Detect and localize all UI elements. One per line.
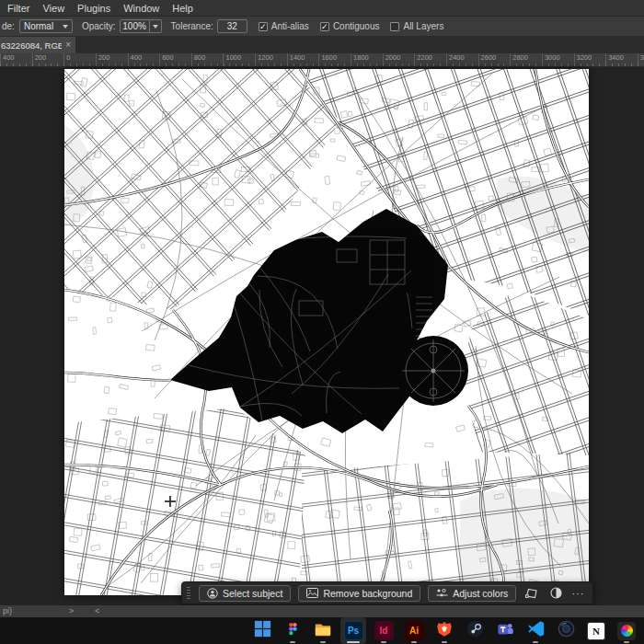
menu-view[interactable]: View xyxy=(36,0,71,17)
anti-alias-checkbox[interactable]: ✓ Anti-alias xyxy=(259,21,309,31)
checkbox-box: ✓ xyxy=(320,22,329,31)
adjust-colors-label: Adjust colors xyxy=(453,588,508,599)
contextual-task-bar: Select subject Remove background Adjust … xyxy=(181,581,593,604)
vscode-icon xyxy=(527,620,545,641)
menu-bar: Filter View Plugins Window Help xyxy=(0,0,644,17)
taskbar-figma[interactable] xyxy=(280,617,305,644)
ruler-tick: 600 xyxy=(159,53,191,66)
ruler-tick: 2200 xyxy=(414,53,446,66)
taskbar-notion[interactable]: N xyxy=(583,617,609,644)
windows-logo-icon xyxy=(254,620,271,641)
document-canvas[interactable] xyxy=(64,69,589,595)
taskbar-file-explorer[interactable] xyxy=(310,617,336,644)
canvas-area: Select subject Remove background Adjust … xyxy=(0,68,644,605)
camera-lens-icon xyxy=(558,620,575,641)
chevron-down-icon xyxy=(63,25,68,29)
opacity-dropdown-button[interactable] xyxy=(150,19,162,33)
steam-icon xyxy=(466,620,484,641)
ruler-tick: 3200 xyxy=(574,53,606,66)
menu-window[interactable]: Window xyxy=(117,0,166,17)
photoshop-icon: Ps xyxy=(344,621,363,640)
illustrator-icon: Ai xyxy=(405,621,424,640)
tolerance-value: 32 xyxy=(227,21,237,31)
checkbox-box: ✓ xyxy=(259,22,268,31)
taskbar-indesign[interactable]: Id xyxy=(371,617,397,644)
opacity-input[interactable]: 100% xyxy=(120,19,150,33)
checkbox-box xyxy=(390,22,399,31)
transform-icon[interactable] xyxy=(523,585,540,602)
select-subject-label: Select subject xyxy=(223,588,282,599)
chevron-right-icon[interactable]: > xyxy=(69,606,74,615)
status-bar: pi) > < xyxy=(0,605,644,617)
remove-background-button[interactable]: Remove background xyxy=(298,585,420,602)
taskbar-illustrator[interactable]: Ai xyxy=(401,617,427,644)
taskbar-vscode[interactable] xyxy=(523,617,548,644)
drag-handle-icon[interactable] xyxy=(187,587,190,600)
ruler-tick: 200 xyxy=(96,53,128,66)
person-icon xyxy=(207,588,218,599)
menu-plugins[interactable]: Plugins xyxy=(71,0,117,17)
document-title: 63226084, RGB/8) * xyxy=(1,40,62,51)
taskbar-creative-cloud[interactable] xyxy=(614,617,639,644)
taskbar-camera-lens-app[interactable] xyxy=(553,617,579,644)
image-icon xyxy=(306,588,318,598)
start-button[interactable] xyxy=(249,617,275,644)
ruler-tick: 0 xyxy=(63,53,96,66)
chevron-left-icon[interactable]: < xyxy=(95,606,99,615)
close-icon[interactable]: × xyxy=(65,37,71,53)
blend-mode-select[interactable]: Normal xyxy=(19,19,73,33)
ruler-tick: 1400 xyxy=(287,53,319,66)
creative-cloud-icon xyxy=(617,622,636,640)
mode-label: de: xyxy=(2,21,15,31)
ruler-tick: 3400 xyxy=(605,53,638,66)
menu-help[interactable]: Help xyxy=(166,0,200,17)
ruler-tick: 2000 xyxy=(383,53,415,66)
chevron-down-icon xyxy=(153,25,158,29)
figma-icon xyxy=(284,621,301,641)
ruler-tick: 400 xyxy=(0,53,32,66)
ruler-tick: 3000 xyxy=(542,53,574,66)
ruler-tick: 1600 xyxy=(318,53,351,66)
ruler-tick: 2800 xyxy=(510,53,542,66)
ruler-tick: 2600 xyxy=(478,53,511,66)
brave-icon xyxy=(436,620,453,641)
taskbar-photoshop[interactable]: Ps xyxy=(340,617,366,644)
blend-mode-value: Normal xyxy=(24,21,53,31)
folder-icon xyxy=(314,620,332,642)
document-tab[interactable]: 63226084, RGB/8) * × xyxy=(0,37,75,53)
ruler-tick: 3600 xyxy=(638,53,644,66)
menu-filter[interactable]: Filter xyxy=(1,0,36,17)
photoshop-window: Filter View Plugins Window Help de: Norm… xyxy=(0,0,644,644)
notion-icon: N xyxy=(587,622,605,640)
indesign-icon: Id xyxy=(374,621,394,640)
contrast-icon[interactable] xyxy=(547,585,564,602)
windows-taskbar: Ps Id Ai xyxy=(0,617,644,644)
ruler-tick: 400 xyxy=(128,53,160,66)
status-text: pi) xyxy=(3,606,12,615)
checkbox-label: Contiguous xyxy=(333,21,380,31)
taskbar-steam[interactable] xyxy=(462,617,488,644)
ruler-tick: 1000 xyxy=(223,53,255,66)
opacity-value: 100% xyxy=(122,21,146,31)
checkbox-label: All Layers xyxy=(403,21,443,31)
taskbar-brave[interactable] xyxy=(431,617,457,644)
remove-background-label: Remove background xyxy=(323,588,412,599)
tolerance-input[interactable]: 32 xyxy=(217,19,247,33)
contiguous-checkbox[interactable]: ✓ Contiguous xyxy=(320,21,380,31)
ruler-tick: 2400 xyxy=(446,53,478,66)
select-subject-button[interactable]: Select subject xyxy=(199,585,291,602)
checkbox-label: Anti-alias xyxy=(271,21,309,31)
ruler-tick: 800 xyxy=(191,53,224,66)
adjust-colors-button[interactable]: Adjust colors xyxy=(428,585,516,602)
document-tab-bar: 63226084, RGB/8) * × xyxy=(0,37,644,53)
horizontal-ruler: 400 200 0 200 400 600 800 1000 1200 1400… xyxy=(0,53,644,67)
ruler-tick: 1200 xyxy=(255,53,287,66)
ruler-tick: 1800 xyxy=(351,53,383,66)
color-sliders-icon xyxy=(436,588,448,598)
all-layers-checkbox[interactable]: All Layers xyxy=(390,21,443,31)
more-options-button[interactable]: ··· xyxy=(571,585,584,602)
tolerance-label: Tolerance: xyxy=(171,21,213,31)
tool-options-bar: de: Normal Opacity: 100% Tolerance: 32 ✓… xyxy=(0,17,644,37)
taskbar-teams[interactable] xyxy=(492,617,518,644)
map-image xyxy=(64,69,589,595)
